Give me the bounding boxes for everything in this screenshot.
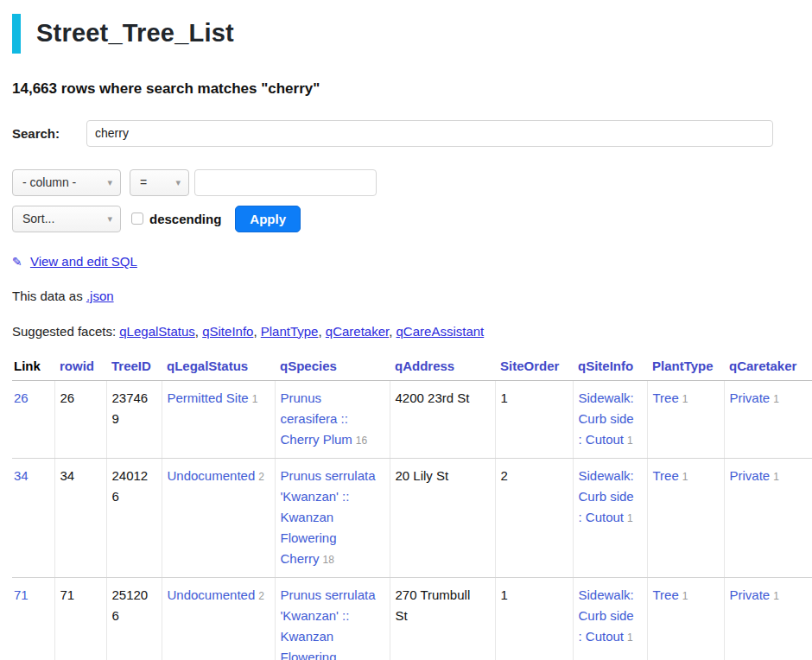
- search-input[interactable]: [86, 120, 773, 147]
- cell-site-info-link[interactable]: Sidewalk: Curb side : Cutout: [579, 468, 634, 524]
- table-header-row: Link rowid TreeID qLegalStatus qSpecies …: [12, 357, 812, 381]
- column-header-rowid[interactable]: rowid: [54, 357, 106, 381]
- page: Street_Tree_List 14,663 rows where searc…: [0, 0, 812, 660]
- facets-prefix: Suggested facets:: [12, 324, 116, 339]
- row-link[interactable]: 71: [14, 587, 29, 602]
- json-export-link[interactable]: .json: [86, 289, 114, 303]
- cell-legal-status-link[interactable]: Undocumented: [168, 468, 256, 483]
- apply-button[interactable]: Apply: [235, 206, 301, 232]
- facet-link-qcaretaker[interactable]: qCaretaker: [326, 324, 389, 339]
- facet-count: 2: [258, 471, 264, 483]
- facet-count: 2: [258, 590, 264, 602]
- facet-count: 1: [682, 471, 688, 483]
- page-title: Street_Tree_List: [12, 14, 800, 54]
- pencil-icon: ✎: [12, 255, 22, 269]
- table-row: 26 26 237469 Permitted Site1 Prunus cera…: [12, 380, 812, 458]
- cell-site-order: 2: [495, 458, 573, 577]
- facet-link-qcareassistant[interactable]: qCareAssistant: [396, 324, 485, 339]
- facet-count: 1: [627, 512, 633, 524]
- column-header-link: Link: [12, 357, 54, 381]
- cell-plant-type-link[interactable]: Tree: [653, 390, 679, 405]
- cell-species-link[interactable]: Prunus serrulata 'Kwanzan' :: Kwanzan Fl…: [281, 587, 376, 660]
- cell-site-order: 1: [495, 577, 573, 660]
- cell-address: 4200 23rd St: [390, 380, 495, 458]
- column-header-qsiteinfo[interactable]: qSiteInfo: [573, 357, 647, 381]
- sql-line: ✎ View and edit SQL: [12, 254, 800, 269]
- cell-rowid: 26: [54, 380, 106, 458]
- cell-site-order: 1: [495, 380, 573, 458]
- facet-count: 1: [773, 590, 779, 602]
- cell-species-link[interactable]: Prunus serrulata 'Kwanzan' :: Kwanzan Fl…: [281, 468, 376, 566]
- filter-row: - column - ▾ = ▾: [12, 169, 800, 196]
- cell-plant-type-link[interactable]: Tree: [653, 468, 679, 483]
- cell-treeid: 237469: [106, 380, 162, 458]
- row-link[interactable]: 26: [14, 390, 29, 405]
- column-header-qlegalstatus[interactable]: qLegalStatus: [162, 357, 275, 381]
- chevron-down-icon: ▾: [107, 213, 112, 225]
- table-row: 34 34 240126 Undocumented2 Prunus serrul…: [12, 458, 812, 577]
- facet-count: 1: [773, 393, 779, 405]
- column-header-planttype[interactable]: PlantType: [647, 357, 724, 381]
- column-header-treeid[interactable]: TreeID: [106, 357, 162, 381]
- row-link[interactable]: 34: [14, 468, 29, 483]
- column-header-qspecies[interactable]: qSpecies: [275, 357, 390, 381]
- facet-count: 1: [682, 393, 688, 405]
- row-count-summary: 14,663 rows where search matches "cherry…: [12, 80, 800, 98]
- facet-separator: ,: [389, 324, 392, 339]
- filter-value-input[interactable]: [194, 169, 377, 196]
- facet-count: 1: [627, 435, 633, 447]
- results-table: Link rowid TreeID qLegalStatus qSpecies …: [12, 357, 812, 660]
- descending-checkbox[interactable]: [131, 213, 143, 225]
- column-header-siteorder[interactable]: SiteOrder: [495, 357, 573, 381]
- facet-count: 18: [323, 554, 334, 566]
- cell-caretaker-link[interactable]: Private: [730, 468, 771, 483]
- filter-column-select[interactable]: - column - ▾: [12, 169, 121, 196]
- cell-legal-status-link[interactable]: Permitted Site: [168, 390, 249, 405]
- sort-select[interactable]: Sort... ▾: [12, 206, 121, 232]
- export-prefix: This data as: [12, 289, 83, 303]
- chevron-down-icon: ▾: [175, 177, 181, 188]
- facet-count: 16: [356, 435, 367, 447]
- filter-operator-value: =: [140, 175, 147, 189]
- search-label: Search:: [12, 126, 86, 141]
- facet-link-qlegalstatus[interactable]: qLegalStatus: [119, 324, 195, 339]
- facet-separator: ,: [195, 324, 199, 339]
- cell-address: 20 Lily St: [390, 458, 495, 577]
- cell-plant-type-link[interactable]: Tree: [653, 587, 679, 602]
- cell-legal-status-link[interactable]: Undocumented: [168, 587, 256, 602]
- cell-species-link[interactable]: Prunus cerasifera :: Cherry Plum: [281, 390, 352, 447]
- cell-caretaker-link[interactable]: Private: [730, 587, 771, 602]
- facet-count: 1: [773, 471, 779, 483]
- column-header-qaddress[interactable]: qAddress: [390, 357, 495, 381]
- cell-site-info-link[interactable]: Sidewalk: Curb side : Cutout: [579, 390, 634, 447]
- facet-link-planttype[interactable]: PlantType: [261, 324, 319, 339]
- cell-site-info-link[interactable]: Sidewalk: Curb side : Cutout: [579, 587, 634, 644]
- cell-treeid: 240126: [106, 458, 162, 577]
- sort-select-value: Sort...: [22, 212, 54, 225]
- search-row: Search:: [12, 120, 800, 147]
- facet-separator: ,: [318, 324, 321, 339]
- sort-row: Sort... ▾ descending Apply: [12, 206, 800, 232]
- cell-address: 270 Trumbull St: [390, 577, 495, 660]
- facets-line: Suggested facets: qLegalStatus, qSiteInf…: [12, 324, 800, 339]
- cell-treeid: 251206: [106, 577, 162, 660]
- table-row: 71 71 251206 Undocumented2 Prunus serrul…: [12, 577, 812, 660]
- column-header-qcaretaker[interactable]: qCaretaker: [724, 357, 812, 381]
- facet-count: 1: [682, 590, 688, 602]
- chevron-down-icon: ▾: [107, 177, 112, 188]
- filter-column-value: - column -: [22, 175, 76, 189]
- cell-caretaker-link[interactable]: Private: [730, 390, 771, 405]
- export-line: This data as .json: [12, 289, 800, 303]
- facet-separator: ,: [253, 324, 257, 339]
- facet-count: 1: [627, 631, 633, 644]
- cell-rowid: 71: [54, 577, 106, 660]
- view-edit-sql-link[interactable]: View and edit SQL: [30, 254, 137, 269]
- facet-link-qsiteinfo[interactable]: qSiteInfo: [202, 324, 253, 339]
- filter-operator-select[interactable]: = ▾: [130, 169, 189, 196]
- facet-count: 1: [252, 393, 258, 405]
- descending-label: descending: [149, 212, 221, 226]
- cell-rowid: 34: [54, 458, 106, 577]
